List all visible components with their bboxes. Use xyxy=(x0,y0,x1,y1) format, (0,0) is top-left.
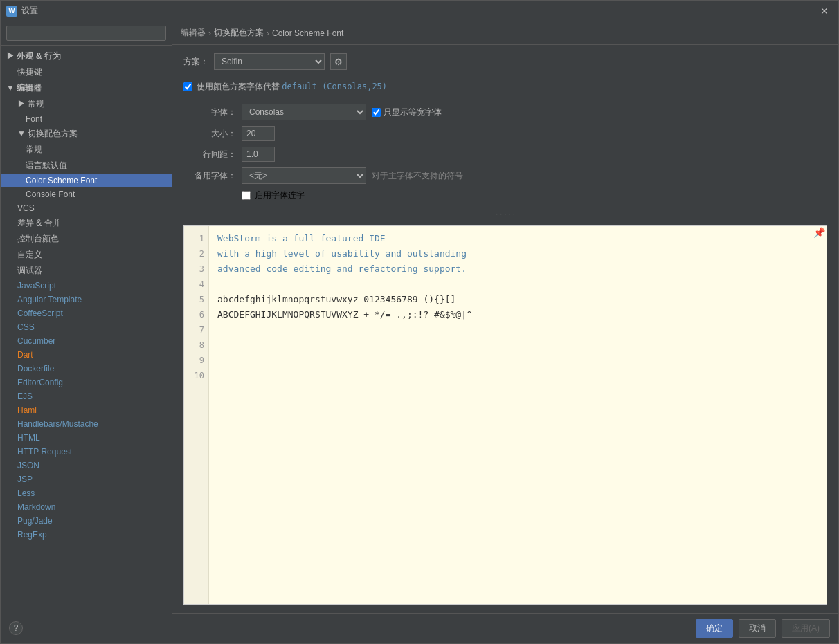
app-icon: W xyxy=(6,6,17,17)
preview-line-8 xyxy=(217,338,818,353)
preview-line-9 xyxy=(217,353,818,368)
sidebar-item-cs-font[interactable]: Color Scheme Font xyxy=(1,174,172,187)
sidebar-item-dart[interactable]: Dart xyxy=(1,348,172,362)
gear-button[interactable]: ⚙ xyxy=(330,53,347,70)
preview-gutter: 1 2 3 4 5 6 7 8 9 10 xyxy=(184,226,209,604)
sidebar-item-http[interactable]: HTTP Request xyxy=(1,445,172,459)
sidebar-item-color-scheme[interactable]: ▼ 切换配色方案 xyxy=(1,126,172,142)
line-spacing-input[interactable] xyxy=(242,147,275,162)
breadcrumb-sep1: › xyxy=(208,28,211,38)
right-panel: 编辑器 › 切换配色方案 › Color Scheme Font 方案： Sol… xyxy=(172,21,838,643)
sidebar-item-angular[interactable]: Angular Template xyxy=(1,293,172,306)
line-num-8: 8 xyxy=(184,338,208,353)
arrow-icon: ▶ xyxy=(17,99,28,109)
sidebar-item-customize[interactable]: 自定义 xyxy=(1,247,172,263)
pin-icon[interactable]: 📌 xyxy=(813,227,825,238)
sidebar-item-regexp[interactable]: RegExp xyxy=(1,528,172,542)
breadcrumb-editor: 编辑器 xyxy=(181,27,206,39)
line-num-3: 3 xyxy=(184,261,208,277)
use-color-scheme-row: 使用颜色方案字体代替 default (Consolas,25) xyxy=(183,81,827,93)
preview-line-1: WebStorm is a full-featured IDE xyxy=(217,231,818,246)
sidebar-item-pug[interactable]: Pug/Jade xyxy=(1,514,172,528)
preview-line-3: advanced code editing and refactoring su… xyxy=(217,261,818,277)
sidebar-item-debugger[interactable]: 调试器 xyxy=(1,263,172,279)
bottom-bar: 确定 取消 应用(A) xyxy=(172,613,838,643)
help-button[interactable]: ? xyxy=(9,621,23,635)
apply-button[interactable]: 应用(A) xyxy=(782,619,830,638)
sidebar-item-cs-general[interactable]: 常规 xyxy=(1,142,172,158)
monospace-checkbox[interactable] xyxy=(372,108,381,117)
search-box xyxy=(1,21,172,46)
sidebar-item-haml[interactable]: Haml xyxy=(1,403,172,417)
sidebar-tree: ▶ 外观 & 行为 快捷键 ▼ 编辑器 ▶ 常规 Font xyxy=(1,46,172,643)
sidebar-item-cucumber[interactable]: Cucumber xyxy=(1,334,172,348)
search-input[interactable] xyxy=(6,26,166,41)
preview-line-4 xyxy=(217,277,818,292)
preview-container: · · · · · 1 2 3 4 5 6 7 8 9 10 xyxy=(183,210,827,605)
sidebar-item-cs-lang[interactable]: 语言默认值 xyxy=(1,158,172,174)
fallback-row: 备用字体： <无> 对于主字体不支持的符号 xyxy=(195,167,827,184)
scheme-label: 方案： xyxy=(183,56,208,68)
ligatures-row: 启用字体连字 xyxy=(242,190,827,201)
line-num-9: 9 xyxy=(184,353,208,368)
preview-line-6: ABCDEFGHIJKLMNOPQRSTUVWXYZ +-*/= .,;:!? … xyxy=(217,307,818,322)
sidebar-item-diff[interactable]: 差异 & 合并 xyxy=(1,215,172,231)
font-settings: 字体： ConsolasArialCourier New 只显示等宽字体 大小： xyxy=(195,104,827,201)
breadcrumb: 编辑器 › 切换配色方案 › Color Scheme Font xyxy=(172,21,838,45)
sidebar-item-editor[interactable]: ▼ 编辑器 xyxy=(1,80,172,96)
breadcrumb-sep2: › xyxy=(267,28,269,38)
sidebar-item-javascript[interactable]: JavaScript xyxy=(1,279,172,293)
use-color-scheme-label[interactable]: 使用颜色方案字体代替 default (Consolas,25) xyxy=(197,81,387,93)
size-input[interactable] xyxy=(242,126,275,141)
sidebar-item-dockerfile[interactable]: Dockerfile xyxy=(1,362,172,376)
close-button[interactable]: ✕ xyxy=(816,4,833,18)
sidebar-item-markdown[interactable]: Markdown xyxy=(1,500,172,514)
sidebar: ▶ 外观 & 行为 快捷键 ▼ 编辑器 ▶ 常规 Font xyxy=(1,21,172,643)
line-num-1: 1 xyxy=(184,231,208,246)
sidebar-item-console-font[interactable]: Console Font xyxy=(1,187,172,201)
line-spacing-row: 行间距： xyxy=(195,147,827,162)
sidebar-item-css[interactable]: CSS xyxy=(1,320,172,334)
breadcrumb-colorscheme: 切换配色方案 xyxy=(214,27,264,39)
ligatures-checkbox[interactable] xyxy=(242,191,251,200)
sidebar-item-ejs[interactable]: EJS xyxy=(1,389,172,403)
cancel-button[interactable]: 取消 xyxy=(739,619,776,638)
ligatures-label[interactable]: 启用字体连字 xyxy=(255,190,305,201)
fallback-desc: 对于主字体不支持的符号 xyxy=(372,170,463,182)
sidebar-item-vcs[interactable]: VCS xyxy=(1,201,172,215)
sidebar-item-editorconfig[interactable]: EditorConfig xyxy=(1,376,172,389)
sidebar-item-html[interactable]: HTML xyxy=(1,431,172,445)
sidebar-item-json[interactable]: JSON xyxy=(1,459,172,472)
arrow-icon: ▼ xyxy=(6,83,17,93)
sidebar-item-general[interactable]: ▶ 常规 xyxy=(1,96,172,112)
title-bar-text: 设置 xyxy=(21,5,816,17)
use-color-scheme-checkbox[interactable] xyxy=(183,82,192,91)
scheme-select[interactable]: SolfinDefaultDarcula xyxy=(214,53,325,70)
scheme-row: 方案： SolfinDefaultDarcula ⚙ xyxy=(183,53,827,70)
line-num-7: 7 xyxy=(184,322,208,338)
breadcrumb-current: Color Scheme Font xyxy=(272,28,343,38)
title-bar: W 设置 ✕ xyxy=(1,1,838,21)
sidebar-item-console-color[interactable]: 控制台颜色 xyxy=(1,231,172,247)
default-font-code: default (Consolas,25) xyxy=(282,82,387,91)
fallback-label: 备用字体： xyxy=(195,170,236,182)
fallback-select[interactable]: <无> xyxy=(242,167,366,184)
sidebar-item-keymap[interactable]: 快捷键 xyxy=(1,64,172,80)
sidebar-item-font[interactable]: Font xyxy=(1,112,172,126)
settings-window: W 设置 ✕ ▶ 外观 & 行为 快捷键 ▼ 编辑器 xyxy=(0,0,839,644)
sidebar-item-jsp[interactable]: JSP xyxy=(1,472,172,486)
preview-line-7 xyxy=(217,322,818,338)
sidebar-item-coffeescript[interactable]: CoffeeScript xyxy=(1,306,172,320)
sidebar-item-appearance[interactable]: ▶ 外观 & 行为 xyxy=(1,48,172,64)
font-select[interactable]: ConsolasArialCourier New xyxy=(242,104,366,120)
monospace-label[interactable]: 只显示等宽字体 xyxy=(372,107,442,118)
line-num-5: 5 xyxy=(184,292,208,307)
ok-button[interactable]: 确定 xyxy=(696,619,733,638)
preview-dots: · · · · · xyxy=(183,210,827,218)
sidebar-item-less[interactable]: Less xyxy=(1,486,172,500)
main-content: ▶ 外观 & 行为 快捷键 ▼ 编辑器 ▶ 常规 Font xyxy=(1,21,838,643)
preview-line-2: with a high level of usability and outst… xyxy=(217,246,818,261)
line-num-4: 4 xyxy=(184,277,208,292)
line-spacing-label: 行间距： xyxy=(195,149,236,160)
sidebar-item-handlebars[interactable]: Handlebars/Mustache xyxy=(1,417,172,431)
